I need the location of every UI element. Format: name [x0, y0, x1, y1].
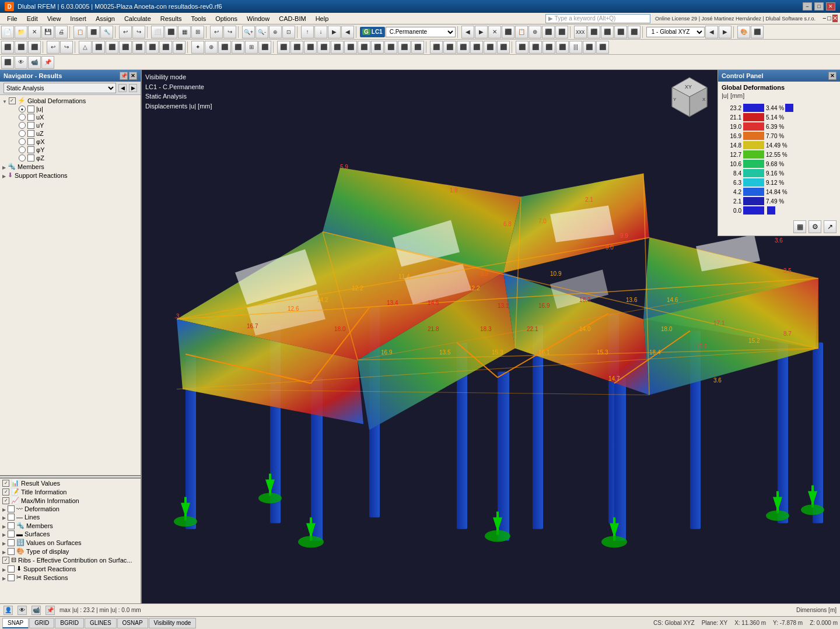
cp-close-button[interactable]: ✕	[828, 72, 836, 80]
glines-button[interactable]: GLINES	[85, 618, 117, 628]
phix-checkbox[interactable]	[27, 138, 34, 145]
tb2-btn-25[interactable]: ⬛	[344, 41, 357, 54]
tb2-btn-13[interactable]: ⬛	[173, 41, 186, 54]
phix-radio[interactable]	[19, 138, 26, 145]
tree-maxmin-info[interactable]: 📈 Max/Min Information	[0, 496, 141, 505]
close-file-button[interactable]: ✕	[28, 26, 41, 38]
tb2-btn-37[interactable]: ⬛	[516, 41, 528, 54]
tb-btn-37[interactable]: 🎨	[737, 26, 750, 38]
cp-settings-btn[interactable]: ⚙	[808, 220, 821, 233]
tree-phix[interactable]: φX	[0, 138, 141, 146]
tree-u-abs[interactable]: |u|	[0, 105, 141, 113]
undo-button[interactable]: ↩	[119, 26, 132, 38]
tb2-btn-28[interactable]: ⬛	[384, 41, 397, 54]
tb-btn-6[interactable]: ⬛	[87, 26, 100, 38]
tb-btn-22[interactable]: ▶	[328, 26, 341, 38]
tb2-btn-3[interactable]: ⬛	[28, 41, 41, 54]
tb3-btn-1[interactable]: ⬛	[1, 56, 14, 69]
statusbar-icon-3[interactable]: 📹	[32, 606, 41, 615]
tb2-btn-14[interactable]: ✦	[191, 41, 204, 54]
global-deform-checkbox[interactable]	[9, 97, 16, 104]
tb2-btn-22[interactable]: ⬛	[304, 41, 317, 54]
tb2-btn-9[interactable]: ⬛	[119, 41, 132, 54]
tb3-btn-3[interactable]: 📹	[28, 56, 41, 69]
tree-ribs[interactable]: ⊟ Ribs - Effective Contribution on Surfa…	[0, 556, 141, 564]
nav-next-button[interactable]: ▶	[129, 84, 137, 92]
tb2-btn-26[interactable]: ⬛	[358, 41, 370, 54]
tree-result-values[interactable]: 📊 Result Values	[0, 479, 141, 487]
tb-btn-15[interactable]: ↪	[223, 26, 236, 38]
tb-btn-28[interactable]: 📋	[515, 26, 528, 38]
nav-prev-button[interactable]: ◀	[118, 84, 127, 92]
tb-btn-25[interactable]: ▶	[475, 26, 488, 38]
new-button[interactable]: 📄	[1, 26, 14, 38]
tb2-btn-33[interactable]: ⬛	[457, 41, 470, 54]
u-abs-checkbox[interactable]	[27, 106, 34, 113]
tb-btn-20[interactable]: ↑	[301, 26, 314, 38]
uy-radio[interactable]	[19, 122, 26, 129]
cube-navigator[interactable]: XY X Y	[666, 75, 713, 121]
tb2-btn-30[interactable]: ⬛	[411, 41, 424, 54]
tree-support-reactions[interactable]: ⬇ Support Reactions	[0, 171, 141, 180]
tb-btn-24[interactable]: ◀	[461, 26, 474, 38]
tb2-btn-24[interactable]: ⬛	[331, 41, 344, 54]
tb2-btn-17[interactable]: ⬛	[232, 41, 244, 54]
tb-btn-7[interactable]: 🔧	[100, 26, 113, 38]
tb-btn-29[interactable]: ⊕	[528, 26, 541, 38]
tree-support-react-bot[interactable]: ⬇ Support Reactions	[0, 564, 141, 573]
redo-button[interactable]: ↪	[132, 26, 145, 38]
tb2-btn-15[interactable]: ⊕	[205, 41, 218, 54]
axis-selector[interactable]: 1 - Global XYZ	[646, 27, 705, 37]
type-display-checkbox[interactable]	[8, 548, 15, 555]
menu-assign[interactable]: Assign	[91, 14, 120, 23]
tb-btn-12[interactable]: ▦	[178, 26, 191, 38]
tree-uy[interactable]: uY	[0, 121, 141, 129]
phiy-checkbox[interactable]	[27, 146, 34, 153]
tb2-btn-36[interactable]: ⬛	[497, 41, 510, 54]
menu-cadbim[interactable]: CAD-BIM	[274, 14, 310, 23]
title-info-checkbox[interactable]	[2, 489, 9, 496]
tb2-btn-12[interactable]: ⬛	[159, 41, 172, 54]
phiz-checkbox[interactable]	[27, 154, 34, 161]
tb-btn-19[interactable]: ⊡	[282, 26, 295, 38]
tb2-btn-2[interactable]: ⬛	[15, 41, 27, 54]
axis-arrow-r[interactable]: ▶	[719, 26, 732, 38]
tb2-btn-10[interactable]: ⬛	[132, 41, 145, 54]
tb2-btn-1[interactable]: ⬛	[1, 41, 14, 54]
osnap-button[interactable]: OSNAP	[117, 618, 148, 628]
tb-btn-14[interactable]: ↩	[210, 26, 223, 38]
tb-btn-26[interactable]: ✕	[488, 26, 501, 38]
support-react-checkbox[interactable]	[8, 565, 15, 572]
tb-btn-17[interactable]: 🔍-	[256, 26, 268, 38]
tb2-btn-11[interactable]: ⬛	[146, 41, 159, 54]
tb2-btn-19[interactable]: ⬛	[258, 41, 271, 54]
menu-window[interactable]: Window	[242, 14, 274, 23]
tb-btn-30[interactable]: ⬛	[542, 26, 555, 38]
tree-phiy[interactable]: φY	[0, 146, 141, 154]
uz-checkbox[interactable]	[27, 130, 34, 137]
menu-results[interactable]: Results	[156, 14, 187, 23]
tb-btn-13[interactable]: ⊞	[191, 26, 204, 38]
tb-btn-36[interactable]: ⬛	[628, 26, 640, 38]
uz-radio[interactable]	[19, 130, 26, 137]
tree-members-bot[interactable]: 🔩 Members	[0, 521, 141, 530]
tb-btn-31[interactable]: ⬛	[555, 26, 568, 38]
statusbar-icon-1[interactable]: 👤	[4, 606, 13, 615]
tb2-btn-4[interactable]: ↩	[47, 41, 60, 54]
tree-deformation[interactable]: 〰 Deformation	[0, 505, 141, 513]
tb-btn-11[interactable]: ⬛	[164, 26, 177, 38]
tb2-btn-29[interactable]: ⬛	[398, 41, 411, 54]
tree-surfaces[interactable]: ▬ Surfaces	[0, 530, 141, 538]
tb2-btn-7[interactable]: ⬛	[92, 41, 105, 54]
print-button[interactable]: 🖨	[55, 26, 68, 38]
result-values-checkbox[interactable]	[2, 480, 9, 487]
menu-tools[interactable]: Tools	[186, 14, 211, 23]
menu-options[interactable]: Options	[211, 14, 242, 23]
tb-btn-18[interactable]: ⊕	[269, 26, 282, 38]
bgrid-button[interactable]: BGRID	[55, 618, 84, 628]
snap-button[interactable]: SNAP	[2, 618, 29, 628]
tb2-btn-20[interactable]: ⬛	[277, 41, 290, 54]
maxmin-info-checkbox[interactable]	[2, 497, 9, 504]
deformation-checkbox[interactable]	[8, 505, 15, 512]
tree-members[interactable]: 🔩 Members	[0, 162, 141, 171]
